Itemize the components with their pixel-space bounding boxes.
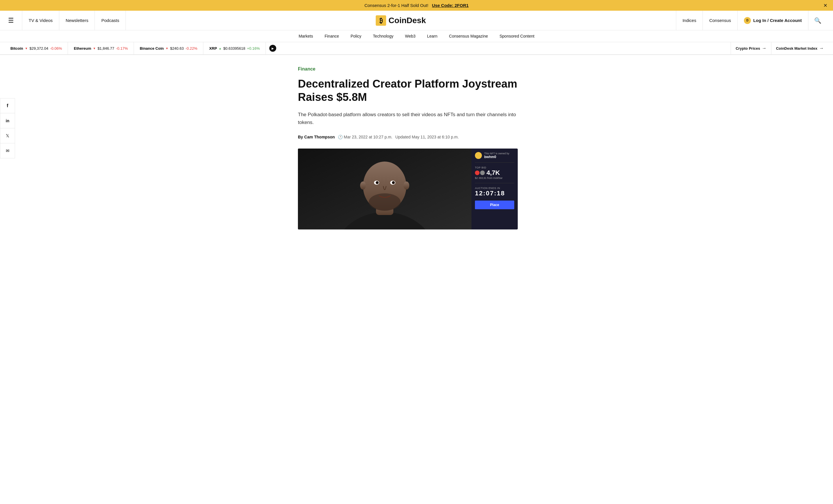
nft-header: This NFT is owned by bwhm0	[475, 152, 514, 159]
nft-bid-value: 4,7K	[486, 169, 500, 177]
login-label: Log In / Create Account	[753, 18, 802, 23]
secondary-navigation: Markets Finance Policy Technology Web3 L…	[0, 30, 833, 42]
ticker-binance-arrow: ▼	[165, 47, 168, 50]
nft-bid-icon-1	[475, 171, 480, 175]
facebook-icon: f	[7, 103, 8, 108]
nft-divider	[475, 162, 514, 163]
ticker-binance-change: -0.22%	[185, 46, 197, 51]
nft-avatar	[475, 152, 482, 159]
nft-bid-label: TOP BID	[475, 166, 514, 169]
nft-place-bid-button[interactable]: Place	[475, 201, 514, 209]
login-avatar-icon: D	[744, 17, 751, 24]
nav-sponsored-content[interactable]: Sponsored Content	[500, 34, 534, 39]
nav-policy[interactable]: Policy	[351, 34, 361, 39]
nav-tv-videos[interactable]: TV & Videos	[22, 11, 59, 30]
ticker-play-button[interactable]: ▶	[269, 45, 276, 52]
price-ticker: Bitcoin ▼ $29,372.04 -0.06% Ethereum ▼ $…	[0, 42, 833, 55]
article-date: 🕐 Mar 23, 2022 at 10:27 p.m.	[338, 135, 392, 139]
linkedin-icon: in	[6, 119, 9, 123]
nft-bid-amount: 4,7K	[475, 169, 514, 177]
svg-point-12	[404, 181, 409, 190]
nav-newsletters[interactable]: Newsletters	[59, 11, 95, 30]
nft-bid-sub: $2 393,91 from mokhtar	[475, 177, 514, 179]
nav-learn[interactable]: Learn	[427, 34, 437, 39]
nav-markets[interactable]: Markets	[299, 34, 313, 39]
share-twitter-button[interactable]: 𝕏	[0, 128, 15, 143]
logo-wordmark: ₿ CoinDesk	[376, 15, 426, 26]
ticker-ethereum-arrow: ▼	[93, 47, 96, 50]
nav-web3[interactable]: Web3	[405, 34, 415, 39]
ticker-bitcoin-price: $29,372.04	[29, 46, 48, 51]
nav-consensus[interactable]: Consensus	[703, 11, 737, 30]
article-image-inner: This NFT is owned by bwhm0 TOP BID 4,7K	[298, 149, 518, 229]
nav-technology[interactable]: Technology	[373, 34, 394, 39]
hamburger-menu-button[interactable]: ☰	[6, 15, 16, 27]
site-logo[interactable]: ₿ CoinDesk	[126, 15, 676, 26]
ticker-xrp[interactable]: XRP ▲ $0.63395618 +0.16%	[203, 42, 266, 55]
ticker-xrp-price: $0.63395618	[223, 46, 245, 51]
svg-point-11	[360, 181, 366, 190]
nft-bid-icons	[475, 171, 485, 175]
promo-banner: Consensus 2-for-1 Half Sold Out! Use Cod…	[0, 0, 833, 11]
banner-close-button[interactable]: ×	[824, 2, 827, 9]
logo-text: CoinDesk	[388, 16, 426, 25]
share-email-button[interactable]: ✉	[0, 143, 15, 158]
nav-right-items: Indices Consensus D Log In / Create Acco…	[676, 11, 827, 30]
clock-icon: 🕐	[338, 135, 343, 139]
search-button[interactable]: 🔍	[808, 11, 827, 30]
nft-info-panel: This NFT is owned by bwhm0 TOP BID 4,7K	[472, 149, 518, 229]
ticker-ethereum-change: -0.17%	[116, 46, 128, 51]
portrait-svg	[298, 149, 472, 229]
svg-point-8	[376, 181, 379, 184]
ticker-bitcoin-name: Bitcoin	[10, 46, 23, 51]
banner-text: Consensus 2-for-1 Half Sold Out!	[364, 3, 428, 8]
article-updated: Updated May 11, 2023 at 6:10 p.m.	[396, 135, 459, 139]
nav-left-items: TV & Videos Newsletters Podcasts	[22, 11, 126, 30]
ticker-xrp-arrow: ▲	[219, 47, 221, 50]
ticker-ethereum[interactable]: Ethereum ▼ $1,846.77 -0.17%	[68, 42, 134, 55]
banner-cta[interactable]: Use Code: 2FOR1	[432, 3, 469, 8]
search-icon: 🔍	[814, 17, 822, 24]
ticker-bitcoin-change: -0.06%	[50, 46, 62, 51]
nft-owner-info: This NFT is owned by bwhm0	[484, 152, 509, 159]
crypto-prices-arrow: →	[762, 46, 766, 51]
article-hero-image: This NFT is owned by bwhm0 TOP BID 4,7K	[298, 149, 518, 229]
svg-point-10	[392, 181, 395, 184]
article-author[interactable]: By Cam Thompson	[298, 135, 335, 139]
ticker-xrp-change: +0.16%	[247, 46, 260, 51]
market-index-arrow: →	[819, 46, 824, 51]
social-share-sidebar: f in 𝕏 ✉	[0, 98, 15, 158]
crypto-prices-link[interactable]: Crypto Prices →	[731, 42, 771, 55]
nft-auction-section: AUCTION ENDS IN 12:07:18	[475, 187, 514, 197]
ticker-items: Bitcoin ▼ $29,372.04 -0.06% Ethereum ▼ $…	[5, 42, 731, 55]
crypto-prices-label: Crypto Prices	[736, 46, 760, 51]
article-meta: By Cam Thompson 🕐 Mar 23, 2022 at 10:27 …	[298, 135, 535, 139]
ticker-bitcoin[interactable]: Bitcoin ▼ $29,372.04 -0.06%	[5, 42, 68, 55]
article-date-text: Mar 23, 2022 at 10:27 p.m.	[344, 135, 392, 139]
ticker-links: Crypto Prices → CoinDesk Market Index →	[731, 42, 828, 55]
nav-podcasts[interactable]: Podcasts	[95, 11, 126, 30]
logo-icon: ₿	[376, 15, 386, 26]
ticker-binance-price: $240.63	[170, 46, 184, 51]
nav-login-button[interactable]: D Log In / Create Account	[737, 11, 808, 30]
ticker-binance[interactable]: Binance Coin ▼ $240.63 -0.22%	[134, 42, 203, 55]
nft-bid-icon-2	[480, 171, 485, 175]
svg-point-6	[369, 193, 401, 211]
article-category[interactable]: Finance	[298, 67, 535, 72]
nft-countdown: 12:07:18	[475, 190, 514, 197]
svg-text:₿: ₿	[379, 17, 383, 24]
ticker-ethereum-name: Ethereum	[74, 46, 91, 51]
email-icon: ✉	[6, 148, 9, 153]
nft-owned-label: This NFT is owned by	[484, 152, 509, 155]
share-linkedin-button[interactable]: in	[0, 113, 15, 128]
ticker-binance-name: Binance Coin	[140, 46, 164, 51]
nft-bid-section: TOP BID 4,7K $2 393,91 from mokhtar	[475, 166, 514, 179]
market-index-label: CoinDesk Market Index	[776, 46, 817, 51]
nav-indices[interactable]: Indices	[676, 11, 703, 30]
portrait-area	[298, 149, 472, 229]
nav-finance[interactable]: Finance	[325, 34, 339, 39]
share-facebook-button[interactable]: f	[0, 98, 15, 113]
nav-consensus-magazine[interactable]: Consensus Magazine	[449, 34, 488, 39]
ticker-ethereum-price: $1,846.77	[97, 46, 114, 51]
market-index-link[interactable]: CoinDesk Market Index →	[771, 42, 828, 55]
